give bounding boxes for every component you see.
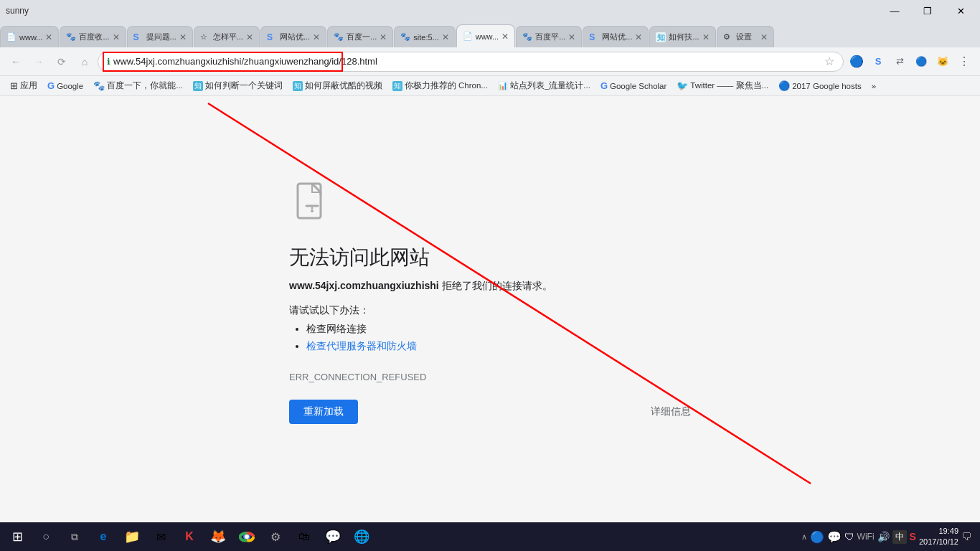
suggestion-text: 检查网络连接 [306, 323, 367, 334]
tab-close[interactable]: ✕ [699, 32, 710, 42]
edge-button[interactable]: e [89, 522, 118, 551]
back-button[interactable]: ← [6, 52, 26, 72]
forward-button[interactable]: → [29, 52, 49, 72]
details-link[interactable]: 详细信息 [651, 405, 691, 418]
tab-close[interactable]: ✕ [176, 32, 187, 42]
bookmark-google[interactable]: G Google [43, 79, 88, 93]
bookmark-chrome[interactable]: 知 你极力推荐的 Chron... [388, 79, 492, 93]
bookmark-youku[interactable]: 知 如何屏蔽优酷的视频 [288, 79, 387, 93]
window-controls: — ❐ ✕ [878, 0, 977, 22]
kingsoft-button[interactable]: K [175, 522, 204, 551]
suggestion-proxy[interactable]: 检查代理服务器和防火墙 [306, 340, 417, 353]
bookmark-label: 如何屏蔽优酷的视频 [305, 80, 382, 91]
google-favicon: G [47, 80, 55, 91]
firefox-button[interactable]: 🦊 [204, 522, 232, 551]
store-button[interactable]: 🛍 [290, 522, 319, 551]
restore-button[interactable]: ❐ [911, 0, 944, 22]
task-view-button[interactable]: ⧉ [60, 522, 89, 551]
twitter-favicon: 🐦 [677, 80, 688, 91]
error-url-line: www.54jxj.comzhuangxiuzhishi 拒绝了我们的连接请求。 [289, 280, 552, 293]
tab-close[interactable]: ✕ [632, 32, 642, 42]
bookmark-sitestat[interactable]: 📊 站点列表_流量统计... [494, 79, 595, 93]
tab-close[interactable]: ✕ [565, 32, 575, 42]
menu-button[interactable]: ⋮ [954, 52, 974, 72]
tab-close[interactable]: ✕ [243, 32, 253, 42]
tray-icon-network[interactable]: 🔵 [810, 530, 824, 544]
zhidao-favicon3: 知 [392, 81, 402, 91]
tab-baidu1[interactable]: 🐾 百度一... ✕ [327, 26, 393, 47]
bookmark-hosts[interactable]: 🔵 2017 Google hosts [774, 79, 866, 93]
tray-icon-wechat[interactable]: 💬 [827, 530, 842, 544]
settings-app-button[interactable]: ⚙ [261, 522, 290, 551]
home-button[interactable]: ⌂ [75, 52, 95, 72]
tab-baidu-seo[interactable]: 🐾 百度收... ✕ [60, 26, 126, 47]
apps-icon: ⊞ [10, 80, 18, 91]
file-explorer-button[interactable]: 📁 [118, 522, 146, 551]
hosts-favicon: 🔵 [778, 80, 790, 91]
search-button[interactable]: ○ [32, 522, 60, 551]
start-button[interactable]: ⊞ [3, 522, 32, 551]
bookmark-scholar[interactable]: G Google Scholar [596, 79, 671, 93]
scholar-icon[interactable]: S [868, 52, 888, 72]
tab-settings[interactable]: ⚙ 设置 ✕ [717, 26, 774, 47]
extensions-button[interactable]: 🔵 [847, 52, 867, 72]
address-bar[interactable]: ℹ www.54jxj.comzhuangxiuzhishi/zhuangxiu… [98, 52, 844, 72]
lock-icon: ℹ [107, 57, 110, 67]
mail-button[interactable]: ✉ [146, 522, 175, 551]
tab-favicon: 🐾 [334, 32, 344, 42]
tray-icon-arrow[interactable]: ∧ [801, 532, 807, 542]
tab-label: 网站优... [602, 32, 632, 42]
tab-close[interactable]: ✕ [439, 32, 449, 42]
tab-label: 提问题... [146, 32, 176, 42]
chrome-button[interactable] [232, 522, 261, 551]
tab-bar: 📄 www... ✕ 🐾 百度收... ✕ S 提问题... ✕ ☆ 怎样平..… [0, 22, 980, 47]
bookmark-keyword[interactable]: 知 如何判断一个关键词 [189, 79, 287, 93]
tab-label: 百度一... [347, 32, 377, 42]
tab-site5[interactable]: 🐾 site:5... ✕ [394, 26, 455, 47]
wechat-button[interactable]: 💬 [319, 522, 347, 551]
tab-close[interactable]: ✕ [110, 32, 120, 42]
bookmark-label: 如何判断一个关键词 [205, 80, 283, 91]
taskbar: ⊞ ○ ⧉ e 📁 ✉ K 🦊 ⚙ 🛍 💬 🌐 ∧ 🔵 💬 🛡 WiFi 🔊 中… [0, 522, 980, 551]
tab-how2[interactable]: 知 如何扶... ✕ [649, 26, 715, 47]
tray-time: 19:49 2017/10/12 [919, 526, 958, 548]
tab-site-opt2[interactable]: S 网站优... ✕ [583, 26, 649, 47]
notification-button[interactable]: 🗨 [961, 531, 971, 542]
bookmark-baidu[interactable]: 🐾 百度一下，你就能... [89, 79, 187, 93]
tab-label: 如何扶... [669, 32, 699, 42]
tab-www1[interactable]: 📄 www... ✕ [0, 26, 59, 47]
tray-icon-wifi[interactable]: WiFi [857, 532, 875, 542]
bookmark-apps[interactable]: ⊞ 应用 [6, 79, 42, 93]
bookmark-twitter[interactable]: 🐦 Twitter —— 聚焦当... [672, 79, 773, 93]
tray-kingsoft[interactable]: S [910, 531, 916, 542]
addon-icon[interactable]: 🐱 [933, 52, 953, 72]
tab-close[interactable]: ✕ [499, 32, 509, 42]
error-url: www.54jxj.comzhuangxiuzhishi [289, 280, 439, 291]
tray-icon-antivirus[interactable]: 🛡 [844, 531, 854, 542]
tab-www-active[interactable]: 📄 www... ✕ [456, 24, 515, 47]
tab-site-opt[interactable]: S 网站优... ✕ [260, 26, 326, 47]
close-button[interactable]: ✕ [944, 0, 977, 22]
tab-baidu2[interactable]: 🐾 百度平... ✕ [516, 26, 582, 47]
minimize-button[interactable]: — [878, 0, 911, 22]
tab-how[interactable]: ☆ 怎样平... ✕ [194, 26, 260, 47]
tab-close[interactable]: ✕ [42, 32, 52, 42]
tab-favicon: S [589, 32, 599, 42]
scholar-favicon: G [600, 80, 608, 91]
bookmark-label: 你极力推荐的 Chron... [405, 80, 488, 91]
error-actions: 重新加载 详细信息 [289, 400, 691, 424]
tab-question[interactable]: S 提问题... ✕ [127, 26, 193, 47]
bookmark-more[interactable]: » [867, 80, 880, 92]
ie-button[interactable]: 🌐 [347, 522, 376, 551]
tray-input-lang[interactable]: 中 [892, 530, 907, 544]
reload-button[interactable]: 重新加载 [289, 400, 358, 424]
tab-close[interactable]: ✕ [310, 32, 320, 42]
tab-close[interactable]: ✕ [377, 32, 387, 42]
reload-button[interactable]: ⟳ [52, 52, 72, 72]
tab-close[interactable]: ✕ [758, 32, 768, 42]
tray-icon-volume[interactable]: 🔊 [877, 531, 890, 542]
translate-icon[interactable]: ⇄ [890, 52, 910, 72]
suggestion-link[interactable]: 检查代理服务器和防火墙 [306, 340, 417, 352]
bookmark-star-icon[interactable]: ☆ [824, 55, 834, 68]
proxy-icon[interactable]: 🔵 [911, 52, 931, 72]
